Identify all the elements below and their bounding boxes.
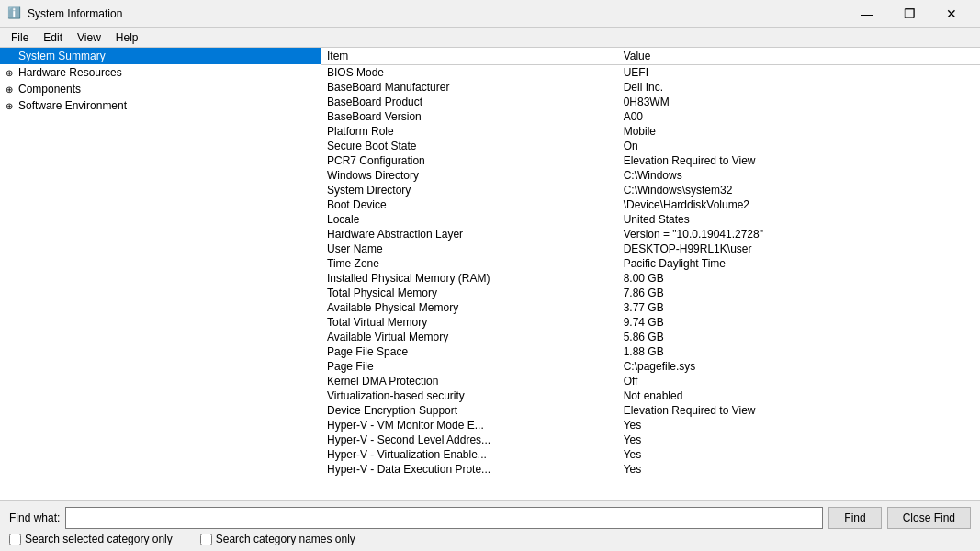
table-cell-item: Virtualization-based security bbox=[321, 388, 618, 403]
main-container: System Summary ⊕ Hardware Resources ⊕ Co… bbox=[0, 48, 980, 551]
table-cell-value: 1.88 GB bbox=[618, 344, 980, 359]
content-area: System Summary ⊕ Hardware Resources ⊕ Co… bbox=[0, 48, 980, 500]
expand-icon-hardware: ⊕ bbox=[6, 68, 15, 78]
table-row: Hyper-V - Second Level Addres...Yes bbox=[321, 433, 980, 447]
table-cell-item: Hyper-V - VM Monitor Mode E... bbox=[321, 418, 618, 433]
expand-icon-components: ⊕ bbox=[6, 84, 15, 95]
table-cell-value: Version = "10.0.19041.2728" bbox=[618, 227, 980, 242]
close-button[interactable]: ✕ bbox=[930, 0, 973, 28]
table-cell-item: Available Physical Memory bbox=[321, 300, 618, 315]
table-row: Page File Space1.88 GB bbox=[321, 344, 980, 359]
table-row: Total Virtual Memory9.74 GB bbox=[321, 315, 980, 330]
window-title: System Information bbox=[28, 7, 846, 20]
table-cell-value: C:\Windows\system32 bbox=[618, 183, 980, 197]
menu-help[interactable]: Help bbox=[108, 29, 146, 46]
table-cell-item: Device Encryption Support bbox=[321, 403, 618, 418]
menu-edit[interactable]: Edit bbox=[36, 29, 70, 46]
search-selected-category-checkbox[interactable]: Search selected category only bbox=[9, 533, 173, 545]
table-row: Secure Boot StateOn bbox=[321, 139, 980, 153]
table-cell-value: 7.86 GB bbox=[618, 286, 980, 300]
menu-view[interactable]: View bbox=[70, 29, 108, 46]
table-cell-value: Off bbox=[618, 374, 980, 388]
table-cell-item: Kernel DMA Protection bbox=[321, 374, 618, 388]
table-cell-item: BaseBoard Product bbox=[321, 95, 618, 109]
table-cell-value: 9.74 GB bbox=[618, 315, 980, 330]
table-cell-item: Locale bbox=[321, 212, 618, 227]
table-cell-value: Yes bbox=[618, 462, 980, 477]
find-input[interactable] bbox=[65, 507, 823, 529]
table-cell-value: Elevation Required to View bbox=[618, 153, 980, 168]
table-cell-item: Windows Directory bbox=[321, 168, 618, 183]
table-cell-value: United States bbox=[618, 212, 980, 227]
table-cell-value: 3.77 GB bbox=[618, 300, 980, 315]
table-cell-value: UEFI bbox=[618, 65, 980, 81]
col-header-value: Value bbox=[618, 48, 980, 65]
table-row: Platform RoleMobile bbox=[321, 124, 980, 139]
table-row: Hyper-V - VM Monitor Mode E...Yes bbox=[321, 418, 980, 433]
table-cell-item: Hyper-V - Data Execution Prote... bbox=[321, 462, 618, 477]
sidebar-label-software-environment: Software Environment bbox=[18, 99, 127, 112]
table-row: Available Physical Memory3.77 GB bbox=[321, 300, 980, 315]
table-cell-value: C:\pagefile.sys bbox=[618, 359, 980, 374]
table-row: System DirectoryC:\Windows\system32 bbox=[321, 183, 980, 197]
table-row: Available Virtual Memory5.86 GB bbox=[321, 330, 980, 344]
table-row: BaseBoard ManufacturerDell Inc. bbox=[321, 80, 980, 95]
table-cell-value: Yes bbox=[618, 433, 980, 447]
table-row: PCR7 ConfigurationElevation Required to … bbox=[321, 153, 980, 168]
restore-button[interactable]: ❒ bbox=[888, 0, 930, 28]
table-cell-item: BaseBoard Manufacturer bbox=[321, 80, 618, 95]
table-cell-value: A00 bbox=[618, 109, 980, 124]
table-cell-item: System Directory bbox=[321, 183, 618, 197]
table-row: Hyper-V - Virtualization Enable...Yes bbox=[321, 447, 980, 462]
table-cell-value: Mobile bbox=[618, 124, 980, 139]
table-cell-item: BIOS Mode bbox=[321, 65, 618, 81]
col-header-item: Item bbox=[321, 48, 618, 65]
search-category-names-checkbox[interactable]: Search category names only bbox=[200, 533, 355, 545]
sidebar-item-components[interactable]: ⊕ Components bbox=[0, 81, 321, 97]
checkbox-category-names[interactable] bbox=[200, 534, 212, 545]
checkbox2-label: Search category names only bbox=[216, 533, 355, 545]
table-cell-item: Hardware Abstraction Layer bbox=[321, 227, 618, 242]
checkbox-selected-category[interactable] bbox=[9, 534, 21, 545]
table-row: Total Physical Memory7.86 GB bbox=[321, 286, 980, 300]
table-row: Time ZonePacific Daylight Time bbox=[321, 256, 980, 271]
sidebar-label-hardware-resources: Hardware Resources bbox=[18, 66, 122, 79]
table-cell-value: Elevation Required to View bbox=[618, 403, 980, 418]
table-row: Windows DirectoryC:\Windows bbox=[321, 168, 980, 183]
table-cell-item: Total Virtual Memory bbox=[321, 315, 618, 330]
minimize-button[interactable]: — bbox=[846, 0, 888, 28]
table-cell-item: Time Zone bbox=[321, 256, 618, 271]
find-label: Find what: bbox=[9, 512, 60, 524]
table-cell-value: Yes bbox=[618, 447, 980, 462]
sidebar-item-software-environment[interactable]: ⊕ Software Environment bbox=[0, 97, 321, 114]
table-row: BIOS ModeUEFI bbox=[321, 65, 980, 81]
window-controls: — ❒ ✕ bbox=[846, 0, 973, 28]
sidebar-label-components: Components bbox=[18, 83, 81, 96]
table-row: Hyper-V - Data Execution Prote...Yes bbox=[321, 462, 980, 477]
app-icon: ℹ️ bbox=[7, 6, 22, 21]
table-cell-value: On bbox=[618, 139, 980, 153]
table-row: Page FileC:\pagefile.sys bbox=[321, 359, 980, 374]
table-row: User NameDESKTOP-H99RL1K\user bbox=[321, 242, 980, 256]
table-row: BaseBoard VersionA00 bbox=[321, 109, 980, 124]
title-bar: ℹ️ System Information — ❒ ✕ bbox=[0, 0, 980, 28]
find-bar: Find what: Find Close Find Search select… bbox=[0, 500, 980, 551]
table-row: BaseBoard Product0H83WM bbox=[321, 95, 980, 109]
table-cell-item: Secure Boot State bbox=[321, 139, 618, 153]
table-cell-item: Boot Device bbox=[321, 197, 618, 212]
table-row: Hardware Abstraction LayerVersion = "10.… bbox=[321, 227, 980, 242]
data-table-container[interactable]: Item Value BIOS ModeUEFIBaseBoard Manufa… bbox=[321, 48, 980, 500]
table-row: Kernel DMA ProtectionOff bbox=[321, 374, 980, 388]
table-cell-item: Total Physical Memory bbox=[321, 286, 618, 300]
table-cell-item: Page File Space bbox=[321, 344, 618, 359]
table-cell-value: Pacific Daylight Time bbox=[618, 256, 980, 271]
table-cell-item: User Name bbox=[321, 242, 618, 256]
sidebar-item-hardware-resources[interactable]: ⊕ Hardware Resources bbox=[0, 64, 321, 81]
table-cell-value: Not enabled bbox=[618, 388, 980, 403]
close-find-button[interactable]: Close Find bbox=[887, 507, 971, 529]
sidebar-label-system-summary: System Summary bbox=[18, 50, 106, 62]
menu-bar: File Edit View Help bbox=[0, 28, 980, 48]
find-button[interactable]: Find bbox=[828, 507, 881, 529]
menu-file[interactable]: File bbox=[4, 29, 36, 46]
sidebar-item-system-summary[interactable]: System Summary bbox=[0, 48, 321, 64]
